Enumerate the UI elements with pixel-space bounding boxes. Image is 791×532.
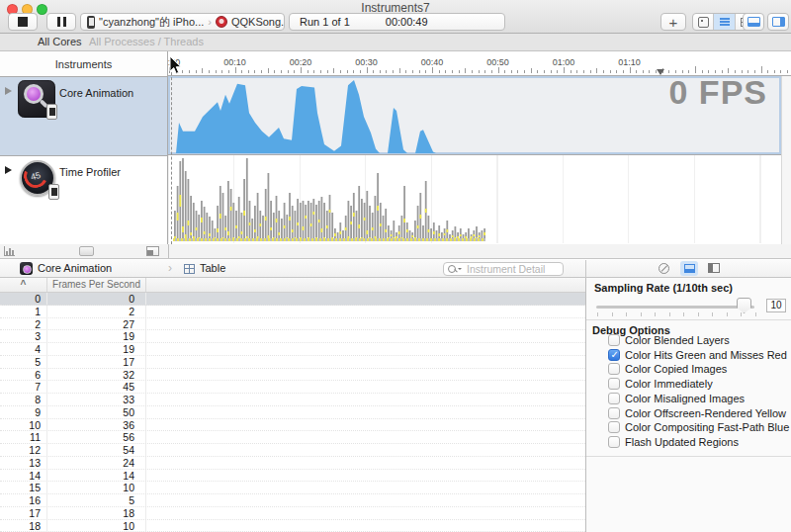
table-row[interactable]: 1156 <box>0 431 585 444</box>
checkbox-flash-updated-regions[interactable]: Flash Updated Regions <box>608 435 739 449</box>
track-core-animation[interactable]: Core Animation <box>0 77 167 156</box>
slider-tick <box>641 312 642 316</box>
zoom-control-button[interactable] <box>79 246 94 256</box>
ruler-tick <box>261 70 262 73</box>
ruler-tick <box>780 70 781 73</box>
table-row[interactable]: 165 <box>0 494 585 507</box>
cell-fps: 50 <box>47 406 146 418</box>
cell-fps: 5 <box>47 494 146 506</box>
table-row[interactable]: 227 <box>0 318 585 331</box>
checkbox-checked-icon[interactable] <box>608 349 620 361</box>
checkbox-color-misaligned-images[interactable]: Color Misaligned Images <box>608 392 745 405</box>
checkbox-icon[interactable] <box>608 334 620 346</box>
scope-all-cores[interactable]: All Cores <box>38 36 82 47</box>
slider-tick <box>741 312 742 316</box>
inspection-head-line[interactable] <box>171 57 172 244</box>
table-row[interactable]: 419 <box>0 343 585 356</box>
core-animation-graph[interactable]: 0 FPS <box>168 76 781 155</box>
flag-marker-icon[interactable] <box>657 69 664 75</box>
checkbox-icon[interactable] <box>608 436 620 448</box>
record-filter-icon[interactable] <box>659 263 669 274</box>
ruler-tick <box>373 70 374 73</box>
cell-index: 15 <box>0 482 47 493</box>
device-name: "cyanzhong"的 iPho... <box>99 15 204 30</box>
run-status-display[interactable]: Run 1 of 1 00:00:49 <box>289 13 505 31</box>
checkbox-color-copied-images[interactable]: Color Copied Images <box>608 362 727 376</box>
ruler-tick <box>419 70 420 73</box>
checkbox-color-compositing-fast-path-blue[interactable]: Color Compositing Fast-Path Blue <box>608 420 789 434</box>
table-row[interactable]: 950 <box>0 406 585 419</box>
checkbox-icon[interactable] <box>608 363 620 375</box>
stop-record-button[interactable] <box>8 13 38 31</box>
checkbox-icon[interactable] <box>608 407 620 419</box>
ruler-tick <box>557 70 558 73</box>
pause-button[interactable] <box>46 13 76 31</box>
breadcrumb-view[interactable]: Table <box>200 262 225 274</box>
histogram-style-icon[interactable] <box>4 246 15 256</box>
checkbox-icon[interactable] <box>608 378 620 390</box>
track-time-profiler[interactable]: 45 Time Profiler <box>0 156 167 244</box>
table-row[interactable]: 1510 <box>0 482 585 494</box>
checkbox-icon[interactable] <box>608 393 620 404</box>
sampling-slider-thumb[interactable] <box>737 298 751 313</box>
ruler-tick <box>340 70 341 73</box>
ruler-tick <box>202 68 203 73</box>
library-view-button[interactable] <box>693 14 714 30</box>
checkbox-color-blended-layers[interactable]: Color Blended Layers <box>608 333 730 347</box>
right-pane-icon <box>772 17 785 27</box>
instrument-list: Instruments Core Animation 45 Tim <box>0 51 168 244</box>
checkbox-color-offscreen-rendered-yellow[interactable]: Color Offscreen-Rendered Yellow <box>608 406 786 420</box>
table-row[interactable]: 12 <box>0 306 585 318</box>
cell-index: 18 <box>0 520 47 532</box>
device-badge-icon <box>46 104 57 120</box>
search-field[interactable] <box>443 262 564 276</box>
table-row[interactable]: 833 <box>0 394 585 406</box>
table-row[interactable]: 1324 <box>0 457 585 470</box>
table-row[interactable]: 00 <box>0 293 585 306</box>
scope-all-processes[interactable]: All Processes / Threads <box>89 36 204 47</box>
toggle-right-pane-button[interactable] <box>767 13 789 31</box>
disclosure-triangle-icon[interactable] <box>5 166 12 174</box>
time-profiler-icon: 45 <box>20 160 57 198</box>
cell-fps: 2 <box>47 306 146 317</box>
sampling-rate-value[interactable]: 10 <box>766 299 786 312</box>
breadcrumb-instrument[interactable]: Core Animation <box>38 262 112 274</box>
time-profiler-graph[interactable] <box>168 155 781 243</box>
cell-fps: 27 <box>47 318 146 330</box>
toggle-bottom-pane-button[interactable] <box>743 13 764 31</box>
cpu-baseline-strip <box>173 238 485 241</box>
table-row[interactable]: 319 <box>0 330 585 343</box>
search-input[interactable] <box>465 262 558 276</box>
table-row[interactable]: 745 <box>0 381 585 394</box>
table-row[interactable]: 1414 <box>0 470 585 483</box>
ruler-tick <box>603 70 604 73</box>
cell-index: 3 <box>0 330 47 342</box>
ruler-tick <box>571 70 571 73</box>
table-row[interactable]: 1036 <box>0 419 585 432</box>
title-bar: Instruments7 "cyanzhong"的 iPho... › QQKS… <box>0 0 791 34</box>
checkbox-color-immediately[interactable]: Color Immediately <box>608 377 713 391</box>
pane-style-icon[interactable] <box>146 246 159 256</box>
track-scrollbar[interactable] <box>781 76 791 244</box>
cell-fps: 45 <box>47 381 146 393</box>
device-target-selector[interactable]: "cyanzhong"的 iPho... › QQKSong.app <box>80 13 285 31</box>
detail-view-button[interactable] <box>680 261 698 276</box>
table-row[interactable]: 1718 <box>0 507 585 520</box>
sort-indicator[interactable]: ^ <box>0 278 47 292</box>
slider-tick <box>612 312 613 316</box>
table-row[interactable]: 517 <box>0 356 585 369</box>
sampling-slider-track[interactable] <box>596 306 754 309</box>
extended-detail-button[interactable] <box>708 263 720 273</box>
add-instrument-button[interactable]: + <box>660 13 686 31</box>
checkbox-icon[interactable] <box>608 421 620 433</box>
disclosure-triangle-icon[interactable] <box>5 87 12 95</box>
checkbox-label: Color Offscreen-Rendered Yellow <box>625 407 786 419</box>
checkbox-color-hits-green-and-misses-red[interactable]: Color Hits Green and Misses Red <box>608 348 787 362</box>
column-header-fps[interactable]: Frames Per Second <box>47 278 146 292</box>
table-row[interactable]: 1810 <box>0 520 585 532</box>
table-row[interactable]: 632 <box>0 369 585 382</box>
sampling-rate-label: Sampling Rate (1/10th sec) <box>594 282 733 294</box>
fps-overlay: 0 FPS <box>669 73 767 112</box>
list-view-button[interactable] <box>714 14 735 30</box>
table-row[interactable]: 1254 <box>0 444 585 457</box>
